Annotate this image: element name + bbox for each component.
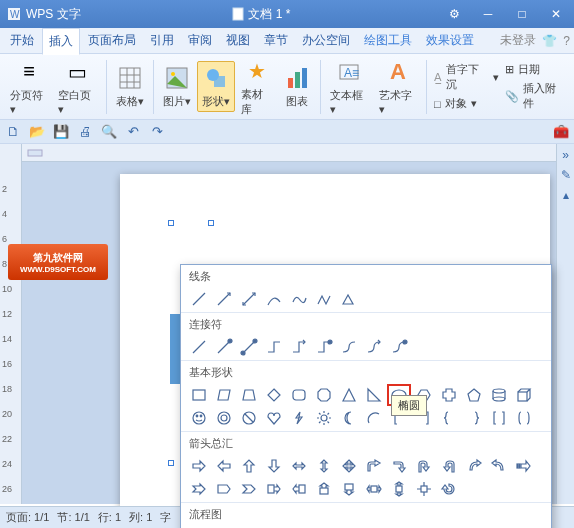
double-bracket-shape[interactable] (487, 407, 511, 429)
smiley-shape[interactable] (187, 407, 211, 429)
elbow-connector-shape[interactable] (287, 336, 311, 358)
double-arrow-shape[interactable] (237, 288, 261, 310)
bent-arrow-shape[interactable] (362, 455, 386, 477)
arrow-shape[interactable] (312, 455, 336, 477)
connector-shape[interactable] (212, 336, 236, 358)
arrow-callout-shape[interactable] (387, 478, 411, 500)
curved-connector-shape[interactable] (362, 336, 386, 358)
close-button[interactable]: ✕ (544, 5, 568, 23)
side-panel[interactable]: » ✎ ▴ (556, 144, 574, 504)
arrow-shape[interactable] (187, 455, 211, 477)
curved-arrow-shape[interactable] (462, 455, 486, 477)
quad-arrow-callout-shape[interactable] (412, 478, 436, 500)
tab-pagelayout[interactable]: 页面布局 (82, 28, 142, 53)
tab-references[interactable]: 引用 (144, 28, 180, 53)
redo-icon[interactable]: ↷ (148, 123, 166, 141)
arrow-shape[interactable] (287, 455, 311, 477)
chevron-shape[interactable] (237, 478, 261, 500)
material-button[interactable]: ★素材库 (237, 55, 278, 119)
arrow-callout-shape[interactable] (337, 478, 361, 500)
elbow-connector-shape[interactable] (312, 336, 336, 358)
arrow-callout-shape[interactable] (362, 478, 386, 500)
no-symbol-shape[interactable] (237, 407, 261, 429)
chart-button[interactable]: 图表 (279, 62, 315, 111)
lightning-shape[interactable] (287, 407, 311, 429)
connector-shape[interactable] (187, 336, 211, 358)
undo-icon[interactable]: ↶ (124, 123, 142, 141)
brace-shape[interactable] (462, 407, 486, 429)
connector-shape[interactable] (237, 336, 261, 358)
panel-collapse-icon[interactable]: » (562, 148, 569, 162)
minimize-button[interactable]: ─ (476, 5, 500, 23)
arrow-shape[interactable] (237, 455, 261, 477)
polygon-line-shape[interactable] (337, 288, 361, 310)
tab-drawtools[interactable]: 绘图工具 (358, 28, 418, 53)
notched-arrow-shape[interactable] (187, 478, 211, 500)
freeform-shape[interactable] (287, 288, 311, 310)
pentagon-arrow-shape[interactable] (212, 478, 236, 500)
right-triangle-shape[interactable] (362, 384, 386, 406)
attach-button[interactable]: 📎插入附件 (503, 80, 568, 112)
help-icon[interactable]: ? (563, 34, 570, 48)
arrow-callout-shape[interactable] (287, 478, 311, 500)
rectangle-shape[interactable] (187, 384, 211, 406)
tab-view[interactable]: 视图 (220, 28, 256, 53)
cube-shape[interactable] (512, 384, 536, 406)
u-turn-arrow-shape[interactable] (437, 455, 461, 477)
print-icon[interactable]: 🖨 (76, 123, 94, 141)
arrow-shape[interactable] (337, 455, 361, 477)
dropcap-button[interactable]: A̲首字下沉▾ (432, 61, 501, 93)
arrow-callout-shape[interactable] (312, 478, 336, 500)
tab-review[interactable]: 审阅 (182, 28, 218, 53)
octagon-shape[interactable] (312, 384, 336, 406)
panel-up-icon[interactable]: ▴ (563, 188, 569, 202)
textbox-button[interactable]: A≡文本框▾ (326, 56, 372, 118)
arc-shape[interactable] (362, 407, 386, 429)
sun-shape[interactable] (312, 407, 336, 429)
trapezoid-shape[interactable] (237, 384, 261, 406)
panel-tool-icon[interactable]: ✎ (561, 168, 571, 182)
date-button[interactable]: ⊞日期 (503, 61, 568, 78)
moon-shape[interactable] (337, 407, 361, 429)
skin-icon[interactable]: 👕 (542, 34, 557, 48)
arrow-shape[interactable] (262, 455, 286, 477)
tab-section[interactable]: 章节 (258, 28, 294, 53)
heart-shape[interactable] (262, 407, 286, 429)
pentagon-shape[interactable] (462, 384, 486, 406)
u-turn-arrow-shape[interactable] (412, 455, 436, 477)
diamond-shape[interactable] (262, 384, 286, 406)
settings-icon[interactable]: ⚙ (442, 5, 466, 23)
tab-start[interactable]: 开始 (4, 28, 40, 53)
image-button[interactable]: 图片▾ (159, 62, 195, 111)
tab-effects[interactable]: 效果设置 (420, 28, 480, 53)
new-icon[interactable]: 🗋 (4, 123, 22, 141)
can-shape[interactable] (487, 384, 511, 406)
brace-shape[interactable] (437, 407, 461, 429)
wordart-button[interactable]: A艺术字▾ (375, 56, 421, 118)
blankpage-button[interactable]: ▭空白页▾ (54, 56, 100, 118)
curved-arrow-shape[interactable] (487, 455, 511, 477)
curve-shape[interactable] (262, 288, 286, 310)
object-button[interactable]: □对象▾ (432, 95, 501, 112)
table-button[interactable]: 表格▾ (112, 62, 148, 111)
striped-arrow-shape[interactable] (512, 455, 536, 477)
tab-insert[interactable]: 插入 (42, 28, 80, 55)
curved-connector-shape[interactable] (387, 336, 411, 358)
arrow-callout-shape[interactable] (262, 478, 286, 500)
scribble-shape[interactable] (312, 288, 336, 310)
elbow-connector-shape[interactable] (262, 336, 286, 358)
rounded-rect-shape[interactable] (287, 384, 311, 406)
login-status[interactable]: 未登录 (500, 32, 536, 49)
open-icon[interactable]: 📂 (28, 123, 46, 141)
cross-shape[interactable] (437, 384, 461, 406)
shape-button[interactable]: 形状▾ (197, 61, 235, 112)
donut-shape[interactable] (212, 407, 236, 429)
curved-connector-shape[interactable] (337, 336, 361, 358)
preview-icon[interactable]: 🔍 (100, 123, 118, 141)
arrow-line-shape[interactable] (212, 288, 236, 310)
parallelogram-shape[interactable] (212, 384, 236, 406)
line-shape[interactable] (187, 288, 211, 310)
maximize-button[interactable]: □ (510, 5, 534, 23)
toolbox-icon[interactable]: 🧰 (552, 123, 570, 141)
triangle-shape[interactable] (337, 384, 361, 406)
